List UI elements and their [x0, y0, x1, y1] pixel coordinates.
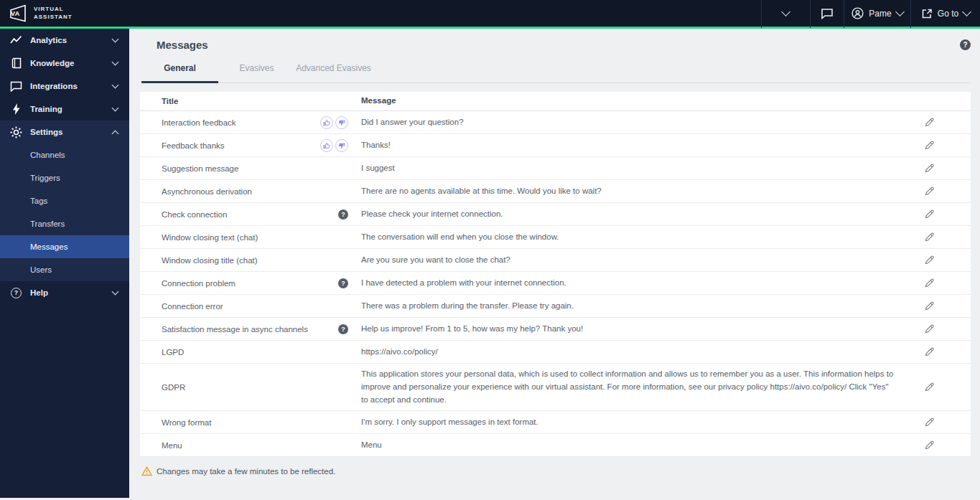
- sidebar-item-integrations[interactable]: Integrations: [0, 75, 129, 98]
- logo-badge-text: VA: [11, 10, 19, 17]
- edit-button[interactable]: [923, 254, 935, 266]
- edit-button[interactable]: [923, 162, 935, 174]
- settings-section: Settings Channels Triggers Tags Transfer…: [0, 121, 129, 281]
- row-message: Menu: [355, 435, 912, 456]
- edit-button[interactable]: [923, 439, 935, 451]
- row-message: This application stores your personal da…: [355, 364, 912, 410]
- row-message: I'm sorry. I only support messages in te…: [355, 412, 912, 433]
- thumbs-up-icon[interactable]: [320, 139, 333, 152]
- chevron-down-icon: [895, 7, 905, 16]
- table-row: Suggestion messageI suggest: [140, 157, 971, 180]
- goto-menu[interactable]: Go to: [910, 0, 980, 28]
- table-row: Connection errorThere was a problem duri…: [140, 295, 971, 318]
- thumbs-up-icon[interactable]: [320, 116, 333, 129]
- sidebar-item-users[interactable]: Users: [0, 258, 129, 281]
- edit-button[interactable]: [923, 323, 935, 335]
- messages-table: Title Message Interaction feedbackDid I …: [140, 92, 971, 457]
- row-title: Menu: [162, 441, 182, 450]
- table-row: GDPRThis application stores your persona…: [140, 364, 971, 411]
- row-message: Help us improve! From 1 to 5, how was my…: [355, 319, 912, 340]
- sidebar-item-tags[interactable]: Tags: [0, 189, 129, 212]
- user-name: Pame: [869, 9, 891, 19]
- gear-icon: [10, 126, 22, 138]
- row-help-icon[interactable]: ?: [338, 278, 348, 288]
- sidebar-item-messages[interactable]: Messages: [0, 235, 129, 258]
- table-row: Satisfaction message in async channels?H…: [140, 318, 971, 341]
- edit-button[interactable]: [923, 185, 935, 197]
- va-logo-icon: VA: [8, 4, 27, 24]
- chat-icon: [10, 80, 22, 93]
- sidebar: Analytics Knowledge Integrations Trainin…: [0, 29, 129, 498]
- sidebar-item-training[interactable]: Training: [0, 98, 129, 121]
- thumbs-down-icon[interactable]: [335, 139, 348, 152]
- warning-icon: [141, 466, 152, 476]
- sidebar-item-analytics[interactable]: Analytics: [0, 29, 129, 52]
- tab-general[interactable]: General: [141, 57, 218, 83]
- row-title: Interaction feedback: [162, 118, 236, 127]
- lightning-icon: [10, 103, 22, 115]
- sidebar-item-triggers[interactable]: Triggers: [0, 166, 129, 189]
- user-menu[interactable]: Pame: [844, 0, 910, 28]
- row-message: Are you sure you want to close the chat?: [355, 250, 912, 271]
- chevron-down-icon: [112, 58, 119, 65]
- row-title: Connection error: [162, 302, 223, 311]
- edit-button[interactable]: [923, 208, 935, 220]
- row-title: Connection problem: [162, 279, 235, 288]
- chat-icon: [821, 8, 834, 19]
- external-link-icon: [921, 8, 933, 19]
- thumbs-down-icon[interactable]: [335, 116, 348, 129]
- edit-button[interactable]: [923, 346, 935, 358]
- sidebar-item-transfers[interactable]: Transfers: [0, 212, 129, 235]
- column-message: Message: [361, 96, 396, 105]
- sidebar-item-help[interactable]: ? Help: [0, 281, 129, 304]
- footer-note: Changes may take a few minutes to be ref…: [141, 466, 971, 476]
- sidebar-item-knowledge[interactable]: Knowledge: [0, 52, 129, 75]
- row-message: Did I answer your question?: [355, 112, 912, 133]
- row-message: There are no agents available at this ti…: [355, 181, 912, 202]
- row-title: Satisfaction message in async channels: [162, 325, 308, 334]
- row-help-icon[interactable]: ?: [338, 209, 348, 220]
- row-message: https://aivo.co/policy/: [355, 341, 912, 363]
- table-row: LGPDhttps://aivo.co/policy/: [140, 341, 971, 364]
- chevron-down-icon: [112, 288, 119, 295]
- question-circle-icon: ?: [10, 287, 22, 299]
- table-row: Asynchronous derivationThere are no agen…: [140, 180, 971, 203]
- topbar-chat-button[interactable]: [810, 0, 844, 28]
- row-help-icon[interactable]: ?: [338, 324, 348, 334]
- row-title: Asynchronous derivation: [162, 187, 252, 196]
- chevron-down-icon: [781, 7, 790, 16]
- book-icon: [10, 57, 22, 70]
- chevron-down-icon: [962, 7, 971, 16]
- row-message: There was a problem during the transfer.…: [355, 296, 912, 317]
- edit-button[interactable]: [923, 416, 935, 428]
- logo-text: VIRTUAL ASSISTANT: [34, 6, 73, 22]
- topbar-dropdown-button[interactable]: [761, 0, 810, 28]
- edit-button[interactable]: [923, 381, 935, 393]
- row-message: Thanks!: [355, 135, 912, 156]
- table-row: Interaction feedbackDid I answer your qu…: [140, 111, 971, 134]
- edit-button[interactable]: [923, 300, 935, 312]
- chevron-down-icon: [112, 104, 119, 111]
- chevron-down-icon: [112, 81, 119, 88]
- table-row: Connection problem?I have detected a pro…: [140, 272, 971, 295]
- sidebar-item-settings[interactable]: Settings: [0, 121, 129, 143]
- edit-button[interactable]: [923, 116, 935, 128]
- tab-bar: General Evasives Advanced Evasives: [141, 57, 971, 83]
- goto-label: Go to: [938, 9, 958, 19]
- row-message: I suggest: [355, 158, 912, 179]
- chevron-down-icon: [112, 35, 119, 42]
- table-row: Feedback thanksThanks!: [140, 134, 971, 157]
- edit-button[interactable]: [923, 277, 935, 289]
- page-help-icon[interactable]: ?: [960, 39, 971, 50]
- tab-advanced-evasives[interactable]: Advanced Evasives: [295, 57, 372, 83]
- row-title: GDPR: [162, 383, 185, 392]
- user-icon: [851, 7, 864, 19]
- edit-button[interactable]: [923, 139, 935, 151]
- row-title: LGPD: [162, 348, 184, 357]
- row-title: Wrong format: [162, 418, 211, 427]
- sidebar-item-channels[interactable]: Channels: [0, 143, 129, 166]
- row-title: Suggestion message: [162, 164, 238, 173]
- analytics-icon: [10, 34, 22, 47]
- tab-evasives[interactable]: Evasives: [218, 57, 295, 83]
- edit-button[interactable]: [923, 231, 935, 243]
